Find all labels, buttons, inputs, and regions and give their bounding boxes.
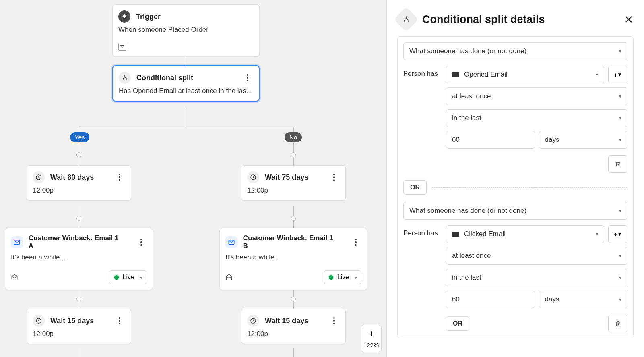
chevron-down-icon: ▾ (619, 93, 621, 99)
email-icon (225, 236, 237, 248)
status-dot-icon (328, 274, 334, 280)
amount-input[interactable] (446, 131, 535, 149)
chevron-down-icon (140, 274, 142, 281)
select-value: at least once (452, 252, 491, 260)
chevron-down-icon: ▾ (619, 297, 621, 302)
more-button[interactable] (328, 315, 340, 326)
wait-title: Wait 15 days (265, 317, 308, 325)
wait-time: 12:00p (27, 187, 131, 200)
select-value: Opened Email (464, 71, 508, 79)
zoom-control: + 122% (361, 325, 382, 352)
select-value: at least once (452, 92, 491, 100)
email-icon (11, 236, 23, 248)
split-icon (394, 7, 419, 32)
more-button[interactable] (328, 172, 340, 183)
trigger-node[interactable]: Trigger When someone Placed Order (112, 4, 260, 57)
wait-node[interactable]: Wait 15 days 12:00p (241, 309, 346, 344)
connector-dot (76, 152, 81, 157)
wait-time: 12:00p (242, 187, 345, 200)
split-icon (119, 72, 131, 84)
filter-icon[interactable] (118, 43, 126, 51)
frequency-select[interactable]: at least once ▾ (446, 247, 627, 265)
status-label: Live (337, 274, 349, 281)
more-button[interactable] (114, 172, 125, 183)
status-dropdown[interactable]: Live (109, 270, 147, 284)
connector-dot (76, 216, 81, 221)
more-button[interactable] (136, 237, 147, 248)
select-value: days (545, 295, 559, 303)
timeframe-select[interactable]: in the last ▾ (446, 109, 627, 127)
chevron-down-icon: ▾ (619, 208, 621, 214)
email-node[interactable]: Customer Winback: Email 1 A It's been a … (5, 228, 153, 290)
timeframe-select[interactable]: in the last ▾ (446, 269, 627, 286)
open-email-icon[interactable] (11, 274, 18, 281)
connector-dot (291, 152, 296, 157)
chevron-down-icon: ▾ (619, 275, 621, 280)
connector-dot (291, 216, 296, 221)
zoom-level: 122% (363, 341, 379, 352)
connector-dot (76, 297, 81, 301)
clock-icon (33, 315, 45, 327)
status-dropdown[interactable]: Live (324, 270, 361, 284)
wait-node[interactable]: Wait 15 days 12:00p (27, 309, 131, 344)
connector (293, 348, 294, 357)
more-button[interactable] (114, 315, 125, 326)
more-button[interactable] (242, 72, 253, 83)
unit-select[interactable]: days ▾ (539, 131, 628, 149)
select-value: in the last (452, 114, 481, 122)
status-label: Live (123, 274, 134, 281)
wait-time: 12:00p (242, 330, 345, 344)
open-email-icon[interactable] (225, 274, 233, 281)
condition-category-select[interactable]: What someone has done (or not done) ▾ (403, 202, 627, 220)
clock-icon (247, 315, 259, 327)
conditions-card: What someone has done (or not done) ▾ Pe… (397, 36, 634, 338)
add-filter-button[interactable]: +▼ (608, 66, 627, 83)
person-has-label: Person has (403, 225, 440, 237)
conditional-split-node[interactable]: Conditional split Has Opened Email at le… (112, 65, 260, 102)
chevron-down-icon: ▾ (619, 48, 621, 54)
wait-node[interactable]: Wait 60 days 12:00p (27, 165, 131, 201)
delete-condition-button[interactable] (608, 315, 627, 332)
status-dot-icon (114, 274, 120, 280)
connector (79, 348, 79, 357)
delete-condition-button[interactable] (608, 155, 627, 173)
email-node[interactable]: Customer Winback: Email 1 B It's been a … (219, 228, 367, 290)
email-preview: It's been a while... (5, 253, 153, 267)
zoom-in-button[interactable]: + (368, 325, 374, 341)
add-or-button[interactable]: OR (446, 316, 469, 331)
clock-icon (33, 171, 45, 183)
or-chip[interactable]: OR (403, 180, 427, 195)
yes-badge: Yes (70, 132, 89, 142)
close-button[interactable] (624, 15, 634, 24)
select-value: days (545, 136, 559, 144)
select-value: What someone has done (or not done) (409, 207, 526, 215)
wait-title: Wait 75 days (265, 173, 308, 182)
chevron-down-icon: ▾ (619, 253, 621, 259)
person-has-label: Person has (403, 66, 440, 78)
email-title: Customer Winback: Email 1 B (243, 234, 339, 250)
connector (186, 56, 186, 65)
select-value: What someone has done (or not done) (409, 47, 526, 55)
flow-canvas[interactable]: Trigger When someone Placed Order Condit… (0, 0, 386, 357)
divider (432, 187, 627, 188)
add-filter-button[interactable]: +▼ (608, 225, 627, 243)
trigger-description: When someone Placed Order (113, 26, 259, 39)
wait-title: Wait 15 days (50, 317, 94, 325)
unit-select[interactable]: days ▾ (539, 291, 628, 308)
chevron-down-icon: ▾ (596, 231, 598, 237)
clock-icon (247, 171, 259, 183)
condition-category-select[interactable]: What someone has done (or not done) ▾ (403, 42, 627, 60)
chevron-down-icon (355, 274, 357, 281)
chevron-down-icon: ▾ (619, 137, 621, 143)
more-button[interactable] (350, 237, 361, 248)
wait-time: 12:00p (27, 330, 131, 344)
wait-node[interactable]: Wait 75 days 12:00p (241, 165, 346, 201)
amount-input[interactable] (446, 291, 535, 308)
metric-select[interactable]: Opened Email ▾ (446, 66, 604, 83)
frequency-select[interactable]: at least once ▾ (446, 87, 627, 105)
connector (186, 107, 186, 127)
bolt-icon (118, 10, 130, 23)
metric-select[interactable]: Clicked Email ▾ (446, 225, 604, 243)
connector-dot (291, 297, 296, 301)
chevron-down-icon: ▾ (619, 115, 621, 121)
